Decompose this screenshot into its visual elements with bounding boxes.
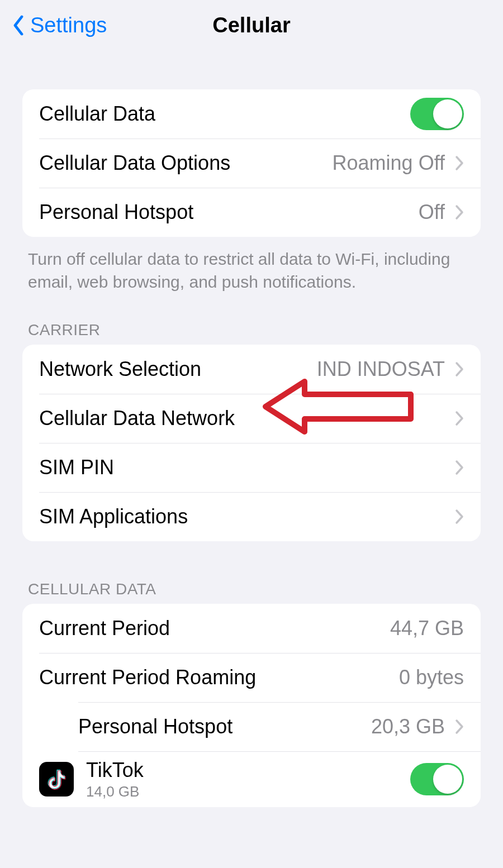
row-network-selection[interactable]: Network Selection IND INDOSAT [22, 345, 481, 394]
chevron-right-icon [455, 460, 464, 475]
row-tiktok[interactable]: TikTok 14,0 GB [22, 751, 481, 807]
cellular-data-section-header: CELLULAR DATA [28, 580, 475, 598]
cellular-data-network-label: Cellular Data Network [39, 407, 445, 430]
section1-footer: Turn off cellular data to restrict all d… [28, 248, 475, 293]
row-sim-pin[interactable]: SIM PIN [22, 443, 481, 492]
page-title: Cellular [212, 13, 290, 37]
current-period-label: Current Period [39, 617, 390, 640]
tiktok-label: TikTok [86, 759, 410, 782]
group-cellular-data-usage: Current Period 44,7 GB Current Period Ro… [22, 604, 481, 807]
chevron-right-icon [455, 361, 464, 377]
personal-hotspot-label: Personal Hotspot [39, 201, 419, 224]
chevron-right-icon [455, 719, 464, 735]
current-period-value: 44,7 GB [390, 617, 464, 640]
sim-applications-label: SIM Applications [39, 505, 445, 528]
chevron-left-icon [12, 15, 25, 35]
tiktok-usage: 14,0 GB [86, 783, 410, 800]
sim-pin-label: SIM PIN [39, 456, 445, 479]
row-current-period-roaming[interactable]: Current Period Roaming 0 bytes [22, 653, 481, 702]
chevron-right-icon [455, 411, 464, 426]
current-period-roaming-value: 0 bytes [399, 666, 464, 689]
cellular-data-toggle[interactable] [410, 98, 464, 130]
row-personal-hotspot-usage[interactable]: Personal Hotspot 20,3 GB [22, 702, 481, 751]
personal-hotspot-usage-value: 20,3 GB [371, 715, 445, 738]
network-selection-value: IND INDOSAT [317, 357, 445, 381]
group-cellular: Cellular Data Cellular Data Options Roam… [22, 89, 481, 237]
cellular-data-options-label: Cellular Data Options [39, 151, 333, 175]
cellular-data-options-value: Roaming Off [333, 151, 445, 175]
personal-hotspot-usage-label: Personal Hotspot [78, 715, 371, 738]
row-personal-hotspot[interactable]: Personal Hotspot Off [22, 188, 481, 237]
row-cellular-data-network[interactable]: Cellular Data Network [22, 394, 481, 443]
chevron-right-icon [455, 155, 464, 171]
chevron-right-icon [455, 204, 464, 220]
group-carrier: Network Selection IND INDOSAT Cellular D… [22, 345, 481, 541]
row-cellular-data[interactable]: Cellular Data [22, 89, 481, 139]
back-label: Settings [30, 13, 107, 37]
row-cellular-data-options[interactable]: Cellular Data Options Roaming Off [22, 139, 481, 188]
personal-hotspot-value: Off [419, 201, 445, 224]
nav-header: Settings Cellular [0, 0, 503, 50]
back-button[interactable]: Settings [12, 13, 107, 37]
chevron-right-icon [455, 509, 464, 524]
cellular-data-label: Cellular Data [39, 102, 410, 126]
network-selection-label: Network Selection [39, 357, 317, 381]
carrier-header: CARRIER [28, 321, 475, 339]
row-current-period[interactable]: Current Period 44,7 GB [22, 604, 481, 653]
tiktok-icon [39, 762, 74, 797]
current-period-roaming-label: Current Period Roaming [39, 666, 399, 689]
tiktok-toggle[interactable] [410, 763, 464, 795]
row-sim-applications[interactable]: SIM Applications [22, 492, 481, 541]
